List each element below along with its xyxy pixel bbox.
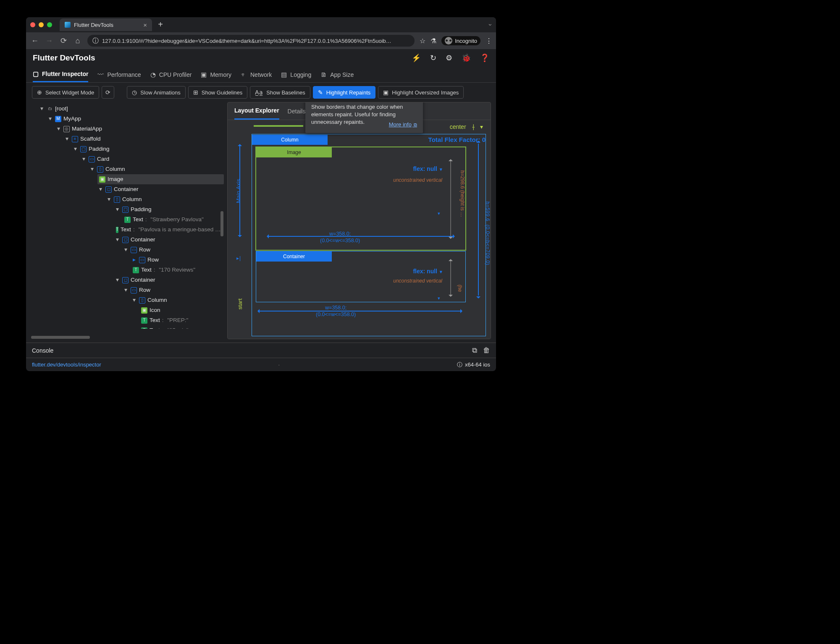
select-widget-mode-button[interactable]: ⊕ Select Widget Mode <box>32 86 99 99</box>
settings-gear-icon[interactable]: ⚙ <box>446 53 452 63</box>
incognito-indicator[interactable]: Incognito <box>441 36 480 45</box>
tree-node-root[interactable]: 🗀[root] <box>39 104 224 114</box>
m-icon: M <box>55 116 61 122</box>
tab-flutter-inspector[interactable]: ▢ Flutter Inspector <box>33 67 88 82</box>
help-icon[interactable]: ❓ <box>480 53 489 63</box>
forward-button[interactable]: → <box>45 37 54 45</box>
tab-layout-explorer[interactable]: Layout Explorer <box>234 102 279 120</box>
tree-node-row[interactable]: ▸▭Row <box>131 255 224 265</box>
tree-node-column[interactable]: ▯Column <box>131 295 224 305</box>
bolt-icon[interactable]: ⚡ <box>412 53 421 63</box>
target-icon: ⊕ <box>37 89 42 96</box>
tabs-menu-icon[interactable]: › <box>488 24 494 26</box>
tab-label: App Size <box>330 71 354 78</box>
reload-button[interactable]: ⟳ <box>59 36 68 45</box>
show-guidelines-button[interactable]: ⊞ Show Guidelines <box>188 86 248 99</box>
tree-node-padding[interactable]: ▢Padding <box>72 144 224 154</box>
browser-menu-button[interactable]: ⋮ <box>486 37 492 45</box>
tab-memory[interactable]: ▣ Memory <box>201 67 231 82</box>
layout-explorer-canvas: center ·|· ▾ Column Total Flex Factor: 0… <box>228 120 491 339</box>
dropdown-icon[interactable]: ▾ <box>438 211 440 216</box>
widget-tree[interactable]: 🗀[root] MMyApp ◎MaterialApp ≡Scaffold ▢P… <box>26 102 224 329</box>
tree-node-container[interactable]: ◻Container <box>97 184 224 194</box>
url-text: 127.0.0.1:9100/#/?hide=debugger&ide=VSCo… <box>102 38 391 44</box>
padding-icon: ▢ <box>122 207 129 213</box>
url-input[interactable]: ⓘ 127.0.0.1:9100/#/?hide=debugger&ide=VS… <box>87 35 415 47</box>
height-arrow <box>448 257 454 299</box>
tree-node-image[interactable]: ▣Image <box>97 174 224 184</box>
main-axis-control-icon[interactable]: ▸| <box>236 255 241 261</box>
browser-window: Flutter DevTools × + › ← → ⟳ ⌂ ⓘ 127.0.0… <box>26 17 496 371</box>
copy-icon[interactable]: ⧉ <box>472 346 477 355</box>
history-icon[interactable]: ↻ <box>430 53 436 63</box>
tab-logging[interactable]: ▤ Logging <box>281 67 311 82</box>
tab-label: CPU Profiler <box>159 71 192 78</box>
tree-node-myapp[interactable]: MMyApp <box>47 114 224 124</box>
vertical-scrollbar[interactable] <box>220 211 223 236</box>
window-controls <box>30 22 52 27</box>
column-icon: ▯ <box>97 166 103 173</box>
tree-node-materialapp[interactable]: ◎MaterialApp <box>55 124 224 134</box>
flutter-favicon-icon <box>65 22 71 28</box>
tree-node-text[interactable]: TText: "25 min" <box>139 325 224 329</box>
home-button[interactable]: ⌂ <box>73 37 82 45</box>
tree-node-container[interactable]: ◻Container <box>114 235 224 245</box>
width-arrow <box>265 233 457 239</box>
browser-tab[interactable]: Flutter DevTools × <box>60 18 152 31</box>
tab-cpu-profiler[interactable]: ◔ CPU Profiler <box>150 67 192 82</box>
layout-column-label[interactable]: Column <box>252 135 328 145</box>
minimize-window-button[interactable] <box>39 22 44 27</box>
baseline-icon: A̲a̲ <box>255 89 263 96</box>
tree-node-row[interactable]: ▭Row <box>123 245 224 255</box>
close-window-button[interactable] <box>30 22 35 27</box>
alignment-dropdown-icon[interactable]: ▾ <box>480 123 483 130</box>
slow-animations-button[interactable]: ◷ Slow Animations <box>127 86 185 99</box>
chevron-down-icon: ▾ <box>440 167 442 172</box>
layout-image-label[interactable]: Image <box>256 147 332 157</box>
flex-dropdown[interactable]: flex: null▾ <box>413 165 442 172</box>
tree-node-text[interactable]: TText: "PREP:" <box>139 315 224 325</box>
tree-node-text[interactable]: TText: "Pavlova is a meringue-based …" <box>114 225 224 235</box>
tree-node-icon[interactable]: ▣Icon <box>139 305 224 315</box>
tree-node-card[interactable]: ▭Card <box>81 154 224 164</box>
bookmark-star-icon[interactable]: ☆ <box>420 37 425 45</box>
site-info-icon[interactable]: ⓘ <box>92 37 99 45</box>
tree-node-text[interactable]: TText: "170 Reviews" <box>131 265 224 275</box>
maximize-window-button[interactable] <box>47 22 52 27</box>
flex-dropdown[interactable]: flex: null▾ <box>413 268 442 275</box>
back-button[interactable]: ← <box>30 37 39 45</box>
close-tab-icon[interactable]: × <box>143 21 147 29</box>
tree-node-column[interactable]: ▯Column <box>89 164 224 174</box>
tree-node-text[interactable]: TText: "Strawberry Pavlova" <box>123 215 224 225</box>
tab-label: Flutter Inspector <box>42 71 88 77</box>
tree-node-column[interactable]: ▯Column <box>106 194 224 204</box>
widget-tree-pane: 🗀[root] MMyApp ◎MaterialApp ≡Scaffold ▢P… <box>26 102 224 339</box>
refresh-tree-button[interactable]: ⟳ <box>102 86 114 99</box>
highlight-oversized-button[interactable]: ▣ Highlight Oversized Images <box>378 86 464 99</box>
tree-node-padding[interactable]: ▢Padding <box>114 204 224 215</box>
show-baselines-button[interactable]: A̲a̲ Show Baselines <box>250 86 310 99</box>
dropdown-icon[interactable]: ▾ <box>438 296 440 301</box>
selection-indicator <box>254 125 303 127</box>
highlight-repaints-button[interactable]: ✎ Highlight Repaints <box>313 86 376 99</box>
tree-node-scaffold[interactable]: ≡Scaffold <box>64 134 224 144</box>
tree-node-row[interactable]: ▭Row <box>123 285 224 295</box>
tab-app-size[interactable]: 🗎 App Size <box>320 67 354 82</box>
clear-icon[interactable]: 🗑 <box>483 346 490 355</box>
horizontal-scrollbar[interactable] <box>31 336 90 339</box>
layout-container-label[interactable]: Container <box>256 251 332 262</box>
new-tab-button[interactable]: + <box>155 20 165 30</box>
tab-details-tree[interactable]: Details <box>288 102 306 120</box>
card-icon: ▭ <box>89 156 95 162</box>
tree-node-container[interactable]: ◻Container <box>114 275 224 285</box>
more-info-link[interactable]: More info ⧉ <box>389 121 417 128</box>
tab-performance[interactable]: 〰 Performance <box>97 67 141 82</box>
wifi-icon: ᯤ <box>241 71 247 78</box>
bug-icon[interactable]: 🐞 <box>462 53 471 63</box>
docs-link[interactable]: flutter.dev/devtools/inspector <box>32 361 101 368</box>
tab-network[interactable]: ᯤ Network <box>241 67 272 82</box>
brush-icon: ✎ <box>318 89 323 96</box>
overall-height-label: h=599.6 (0.0<=h<=709.0) <box>485 202 491 265</box>
labs-icon[interactable]: ⚗ <box>430 37 436 45</box>
folder-icon: 🗀 <box>47 106 53 112</box>
